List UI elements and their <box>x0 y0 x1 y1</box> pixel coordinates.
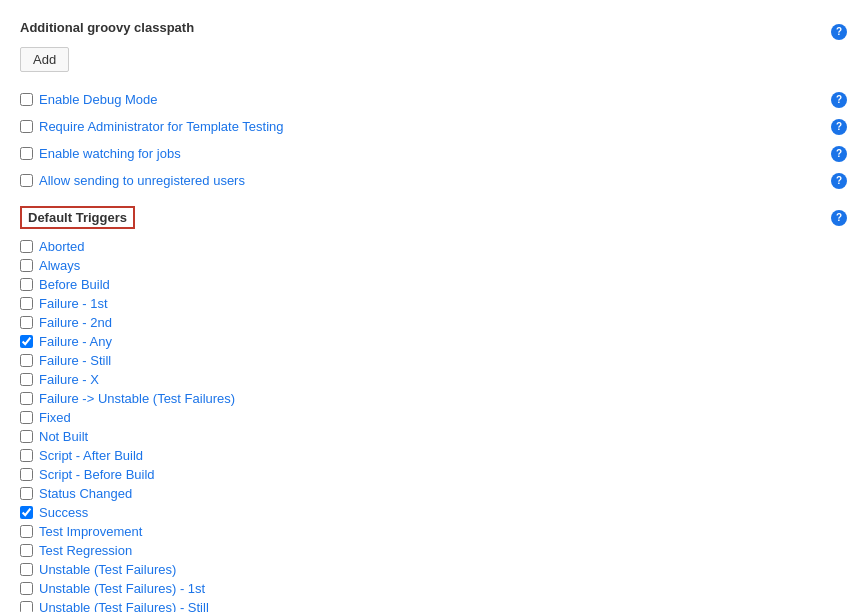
trigger-label-status-changed: Status Changed <box>39 486 132 501</box>
trigger-label-test-regression: Test Regression <box>39 543 132 558</box>
trigger-row: Script - After Build <box>20 446 847 465</box>
trigger-checkbox-script-before-build[interactable] <box>20 468 33 481</box>
triggers-list: AbortedAlwaysBefore BuildFailure - 1stFa… <box>20 237 847 612</box>
settings-list: Enable Debug Mode ? Require Administrato… <box>20 86 847 194</box>
default-triggers-title: Default Triggers <box>20 206 135 229</box>
require-admin-label: Require Administrator for Template Testi… <box>39 119 283 134</box>
trigger-row: Status Changed <box>20 484 847 503</box>
allow-sending-checkbox[interactable] <box>20 174 33 187</box>
enable-watching-checkbox[interactable] <box>20 147 33 160</box>
require-admin-row: Require Administrator for Template Testi… <box>20 113 847 140</box>
allow-sending-label: Allow sending to unregistered users <box>39 173 245 188</box>
trigger-row: Failure - 2nd <box>20 313 847 332</box>
trigger-checkbox-failure-any[interactable] <box>20 335 33 348</box>
classpath-section: Additional groovy classpath ? <box>20 16 847 47</box>
trigger-label-failure-2nd: Failure - 2nd <box>39 315 112 330</box>
trigger-row: Failure - Still <box>20 351 847 370</box>
trigger-checkbox-unstable-test-failures-1st[interactable] <box>20 582 33 595</box>
trigger-row: Test Regression <box>20 541 847 560</box>
trigger-label-success: Success <box>39 505 88 520</box>
trigger-checkbox-unstable-test-failures[interactable] <box>20 563 33 576</box>
trigger-row: Unstable (Test Failures) <box>20 560 847 579</box>
enable-debug-checkbox[interactable] <box>20 93 33 106</box>
require-admin-checkbox[interactable] <box>20 120 33 133</box>
trigger-label-unstable-test-failures: Unstable (Test Failures) <box>39 562 176 577</box>
allow-sending-row: Allow sending to unregistered users ? <box>20 167 847 194</box>
trigger-row: Before Build <box>20 275 847 294</box>
trigger-row: Failure - X <box>20 370 847 389</box>
trigger-checkbox-unstable-test-failures-still[interactable] <box>20 601 33 612</box>
allow-sending-help-icon[interactable]: ? <box>831 173 847 189</box>
trigger-row: Success <box>20 503 847 522</box>
trigger-checkbox-fixed[interactable] <box>20 411 33 424</box>
trigger-label-script-before-build: Script - Before Build <box>39 467 155 482</box>
trigger-checkbox-before-build[interactable] <box>20 278 33 291</box>
trigger-row: Failure -> Unstable (Test Failures) <box>20 389 847 408</box>
trigger-label-aborted: Aborted <box>39 239 85 254</box>
trigger-label-failure-still: Failure - Still <box>39 353 111 368</box>
trigger-row: Fixed <box>20 408 847 427</box>
trigger-label-always: Always <box>39 258 80 273</box>
trigger-row: Aborted <box>20 237 847 256</box>
trigger-row: Unstable (Test Failures) - 1st <box>20 579 847 598</box>
trigger-label-test-improvement: Test Improvement <box>39 524 142 539</box>
trigger-label-failure-x: Failure - X <box>39 372 99 387</box>
trigger-label-before-build: Before Build <box>39 277 110 292</box>
enable-watching-help-icon[interactable]: ? <box>831 146 847 162</box>
trigger-row: Test Improvement <box>20 522 847 541</box>
trigger-checkbox-failure-unstable[interactable] <box>20 392 33 405</box>
trigger-row: Failure - Any <box>20 332 847 351</box>
enable-watching-label: Enable watching for jobs <box>39 146 181 161</box>
trigger-checkbox-not-built[interactable] <box>20 430 33 443</box>
trigger-checkbox-failure-2nd[interactable] <box>20 316 33 329</box>
enable-debug-label: Enable Debug Mode <box>39 92 158 107</box>
trigger-row: Not Built <box>20 427 847 446</box>
trigger-label-fixed: Fixed <box>39 410 71 425</box>
require-admin-help-icon[interactable]: ? <box>831 119 847 135</box>
trigger-row: Failure - 1st <box>20 294 847 313</box>
trigger-row: Unstable (Test Failures) - Still <box>20 598 847 612</box>
trigger-checkbox-failure-x[interactable] <box>20 373 33 386</box>
trigger-checkbox-script-after-build[interactable] <box>20 449 33 462</box>
trigger-row: Script - Before Build <box>20 465 847 484</box>
trigger-checkbox-test-improvement[interactable] <box>20 525 33 538</box>
trigger-label-unstable-test-failures-still: Unstable (Test Failures) - Still <box>39 600 209 612</box>
trigger-row: Always <box>20 256 847 275</box>
add-button[interactable]: Add <box>20 47 69 72</box>
trigger-checkbox-status-changed[interactable] <box>20 487 33 500</box>
trigger-checkbox-failure-still[interactable] <box>20 354 33 367</box>
trigger-label-failure-1st: Failure - 1st <box>39 296 108 311</box>
default-triggers-section-header: Default Triggers ? <box>20 206 847 229</box>
classpath-label: Additional groovy classpath <box>20 20 194 35</box>
trigger-checkbox-always[interactable] <box>20 259 33 272</box>
trigger-checkbox-aborted[interactable] <box>20 240 33 253</box>
trigger-label-failure-any: Failure - Any <box>39 334 112 349</box>
classpath-help-icon[interactable]: ? <box>831 24 847 40</box>
default-triggers-help-icon[interactable]: ? <box>831 210 847 226</box>
enable-watching-row: Enable watching for jobs ? <box>20 140 847 167</box>
trigger-label-not-built: Not Built <box>39 429 88 444</box>
trigger-label-script-after-build: Script - After Build <box>39 448 143 463</box>
trigger-checkbox-test-regression[interactable] <box>20 544 33 557</box>
trigger-checkbox-failure-1st[interactable] <box>20 297 33 310</box>
enable-debug-row: Enable Debug Mode ? <box>20 86 847 113</box>
enable-debug-help-icon[interactable]: ? <box>831 92 847 108</box>
trigger-checkbox-success[interactable] <box>20 506 33 519</box>
trigger-label-unstable-test-failures-1st: Unstable (Test Failures) - 1st <box>39 581 205 596</box>
trigger-label-failure-unstable: Failure -> Unstable (Test Failures) <box>39 391 235 406</box>
